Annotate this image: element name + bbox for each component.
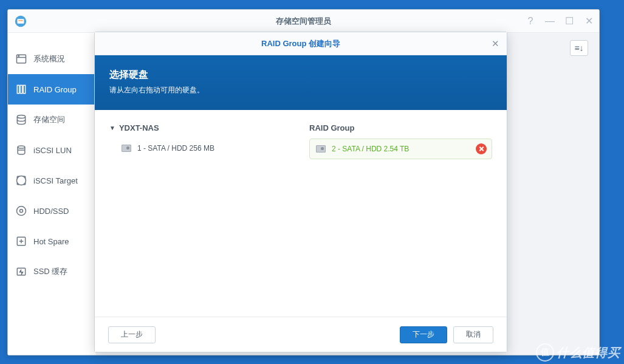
banner-title: 选择硬盘 (109, 69, 492, 81)
watermark-text: 什么值得买 (557, 345, 620, 361)
close-button[interactable]: ✕ (583, 15, 594, 27)
sidebar-item-label: iSCSI Target (33, 176, 78, 185)
available-header[interactable]: ▼ YDXT-NAS (109, 123, 292, 132)
window-controls: ? — ☐ ✕ (525, 15, 594, 27)
sidebar-item-volume[interactable]: 存储空间 (8, 105, 96, 135)
remove-drive-button[interactable] (476, 143, 487, 154)
sidebar-item-label: iSCSI LUN (33, 146, 72, 155)
sidebar-item-label: 系统概況 (33, 53, 65, 64)
hot-spare-icon (15, 235, 27, 247)
modal-footer: 上一步 下一步 取消 (95, 317, 507, 352)
selected-drives-column: RAID Group 2 - SATA / HDD 2.54 TB (309, 123, 492, 303)
svg-rect-1 (18, 19, 24, 23)
sidebar-item-ssd-cache[interactable]: SSD 缓存 (8, 256, 96, 287)
app-icon (14, 15, 27, 28)
svg-point-14 (20, 210, 23, 213)
selected-drive-item[interactable]: 2 - SATA / HDD 2.54 TB (309, 139, 492, 159)
drive-label: 2 - SATA / HDD 2.54 TB (332, 145, 409, 153)
ssd-cache-icon (15, 266, 27, 278)
window-title: 存储空间管理员 (276, 16, 331, 27)
svg-rect-2 (18, 20, 22, 21)
modal-header: RAID Group 创建向导 ✕ (95, 32, 507, 55)
sidebar-item-label: Hot Spare (33, 237, 69, 246)
iscsi-target-icon (15, 174, 27, 187)
selected-header-label: RAID Group (309, 123, 354, 132)
svg-rect-8 (23, 85, 25, 93)
available-drives-column: ▼ YDXT-NAS 1 - SATA / HDD 256 MB (109, 123, 292, 303)
watermark-badge: 值 (536, 343, 554, 362)
volume-icon (15, 114, 27, 126)
svg-rect-7 (20, 85, 22, 93)
sort-button[interactable]: ≡↓ (570, 40, 588, 56)
minimize-button[interactable]: — (544, 16, 555, 27)
sidebar-item-iscsi-lun[interactable]: iSCSI LUN (8, 135, 96, 165)
available-drive-item[interactable]: 1 - SATA / HDD 256 MB (109, 139, 292, 158)
overview-icon (15, 53, 27, 65)
svg-point-12 (17, 176, 26, 185)
sidebar-item-label: SSD 缓存 (33, 266, 67, 277)
maximize-button[interactable]: ☐ (564, 15, 575, 27)
svg-point-9 (17, 115, 25, 118)
available-header-label: YDXT-NAS (119, 123, 159, 132)
sidebar-item-label: HDD/SSD (33, 207, 69, 216)
hdd-ssd-icon (15, 205, 27, 217)
svg-point-13 (17, 207, 26, 216)
sidebar: 系统概況 RAID Group 存储空间 iSCSI LUN iSCSI Tar… (8, 33, 97, 355)
wizard-modal: RAID Group 创建向导 ✕ 选择硬盘 请从左向右拖动可用的硬盘。 ▼ Y… (94, 32, 507, 352)
hdd-icon (316, 145, 326, 153)
next-button[interactable]: 下一步 (400, 326, 447, 343)
watermark: 值 什么值得买 (536, 343, 620, 362)
banner-subtitle: 请从左向右拖动可用的硬盘。 (109, 85, 492, 95)
svg-point-10 (18, 146, 25, 148)
collapse-icon: ▼ (109, 125, 115, 131)
modal-content: ▼ YDXT-NAS 1 - SATA / HDD 256 MB RAID Gr… (95, 110, 507, 317)
drive-label: 1 - SATA / HDD 256 MB (137, 144, 214, 153)
sidebar-item-label: 存储空间 (33, 114, 65, 125)
hdd-icon (122, 145, 131, 152)
back-button[interactable]: 上一步 (108, 326, 156, 343)
selected-header: RAID Group (309, 123, 492, 132)
svg-rect-6 (17, 85, 19, 93)
cancel-button[interactable]: 取消 (453, 326, 493, 343)
raid-group-icon (15, 83, 27, 95)
sidebar-item-iscsi-target[interactable]: iSCSI Target (8, 165, 96, 196)
iscsi-lun-icon (15, 144, 27, 156)
window-titlebar: 存储空间管理员 ? — ☐ ✕ (8, 10, 599, 33)
modal-close-button[interactable]: ✕ (492, 38, 499, 49)
sidebar-item-overview[interactable]: 系统概況 (8, 44, 96, 74)
sidebar-item-hot-spare[interactable]: Hot Spare (8, 226, 96, 256)
modal-title: RAID Group 创建向导 (261, 38, 340, 49)
sidebar-item-raid-group[interactable]: RAID Group (8, 74, 96, 105)
sidebar-item-hdd-ssd[interactable]: HDD/SSD (8, 196, 96, 226)
help-button[interactable]: ? (525, 16, 536, 27)
svg-point-5 (18, 56, 19, 57)
sidebar-item-label: RAID Group (33, 85, 77, 94)
modal-banner: 选择硬盘 请从左向右拖动可用的硬盘。 (95, 55, 507, 110)
